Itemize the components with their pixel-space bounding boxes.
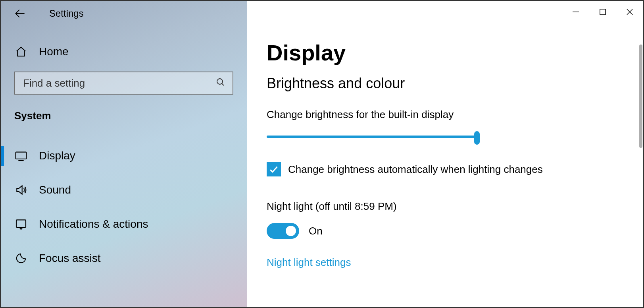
window-controls <box>562 1 643 23</box>
sidebar-home-label: Home <box>39 45 69 58</box>
focus-assist-icon <box>14 252 28 264</box>
minimize-button[interactable] <box>562 1 589 23</box>
brightness-slider[interactable] <box>267 129 477 145</box>
sidebar-item-label: Display <box>39 149 75 162</box>
auto-brightness-label: Change brightness automatically when lig… <box>288 163 543 176</box>
auto-brightness-checkbox[interactable]: Change brightness automatically when lig… <box>267 162 623 176</box>
search-field[interactable] <box>22 77 216 90</box>
svg-line-2 <box>222 83 224 85</box>
sidebar-category: System <box>14 110 233 122</box>
sidebar-item-label: Notifications & actions <box>39 218 148 231</box>
checkbox-icon <box>267 162 281 176</box>
svg-rect-7 <box>600 9 606 15</box>
back-icon[interactable] <box>14 8 25 19</box>
sidebar-item-sound[interactable]: Sound <box>1 173 233 207</box>
svg-point-1 <box>217 79 223 84</box>
section-title: Brightness and colour <box>267 75 623 92</box>
search-input[interactable] <box>14 72 233 95</box>
sidebar: Settings Home <box>1 1 247 307</box>
sidebar-item-focus-assist[interactable]: Focus assist <box>1 241 233 275</box>
sidebar-item-home[interactable]: Home <box>14 45 233 58</box>
notifications-icon <box>14 218 28 231</box>
maximize-button[interactable] <box>589 1 616 23</box>
home-icon <box>14 46 28 58</box>
toggle-switch[interactable] <box>267 223 299 239</box>
toggle-state-label: On <box>309 225 323 237</box>
night-light-settings-link[interactable]: Night light settings <box>267 256 623 269</box>
close-button[interactable] <box>616 1 643 23</box>
window-title: Settings <box>49 8 84 19</box>
page-title: Display <box>267 40 623 66</box>
main-content: Display Brightness and colour Change bri… <box>247 1 643 307</box>
scrollbar-thumb[interactable] <box>639 45 642 148</box>
sidebar-item-label: Sound <box>39 184 71 196</box>
night-light-label: Night light (off until 8:59 PM) <box>267 200 623 213</box>
svg-rect-3 <box>16 152 27 159</box>
titlebar: Settings <box>1 1 247 26</box>
settings-window: Settings Home <box>0 0 644 308</box>
search-icon <box>216 77 225 89</box>
slider-thumb[interactable] <box>474 131 480 145</box>
sidebar-item-label: Focus assist <box>39 252 101 265</box>
svg-rect-5 <box>16 220 26 227</box>
display-icon <box>14 149 28 162</box>
sidebar-item-display[interactable]: Display <box>1 139 233 173</box>
sidebar-nav: Display Sound <box>1 139 233 275</box>
sidebar-item-notifications[interactable]: Notifications & actions <box>1 207 233 241</box>
sidebar-content: Home System <box>1 45 247 275</box>
toggle-knob <box>286 226 296 236</box>
night-light-toggle[interactable]: On <box>267 223 623 239</box>
slider-fill <box>267 136 477 138</box>
sound-icon <box>14 184 28 196</box>
brightness-label: Change brightness for the built-in displ… <box>267 108 623 121</box>
